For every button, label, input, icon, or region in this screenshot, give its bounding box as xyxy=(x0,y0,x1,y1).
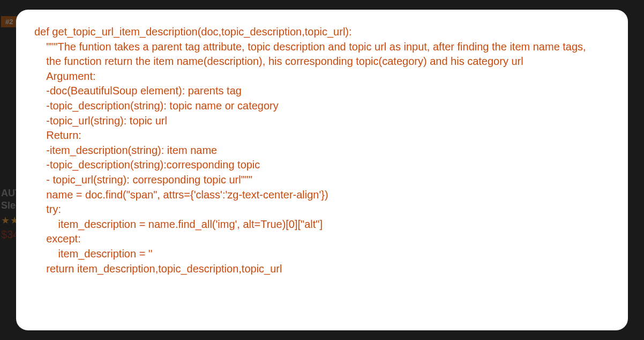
code-line: name = doc.find("span", attrs={'class':'… xyxy=(34,189,328,201)
code-line: -item_description(string): item name xyxy=(34,144,217,156)
code-line: the function return the item name(descri… xyxy=(34,55,523,67)
code-line: return item_description,topic_descriptio… xyxy=(34,263,282,275)
code-line: except: xyxy=(34,233,81,245)
code-line: """The funtion takes a parent tag attrib… xyxy=(34,41,586,53)
code-panel: def get_topic_url_item_description(doc,t… xyxy=(16,10,628,330)
code-line: -topic_url(string): topic url xyxy=(34,115,167,127)
code-line: -topic_description(string):corresponding… xyxy=(34,159,260,171)
code-block: def get_topic_url_item_description(doc,t… xyxy=(34,25,612,276)
code-line: -doc(BeautifulSoup element): parents tag xyxy=(34,85,242,97)
code-line: item_description = '' xyxy=(34,248,153,260)
code-line: item_description = name.find_all('img', … xyxy=(34,218,323,230)
code-line: def get_topic_url_item_description(doc,t… xyxy=(34,26,352,38)
code-line: Return: xyxy=(34,129,81,141)
code-line: - topic_url(string): corresponding topic… xyxy=(34,174,252,186)
code-line: Argument: xyxy=(34,70,96,82)
code-line: try: xyxy=(34,203,61,215)
code-line: -topic_description(string): topic name o… xyxy=(34,100,279,112)
